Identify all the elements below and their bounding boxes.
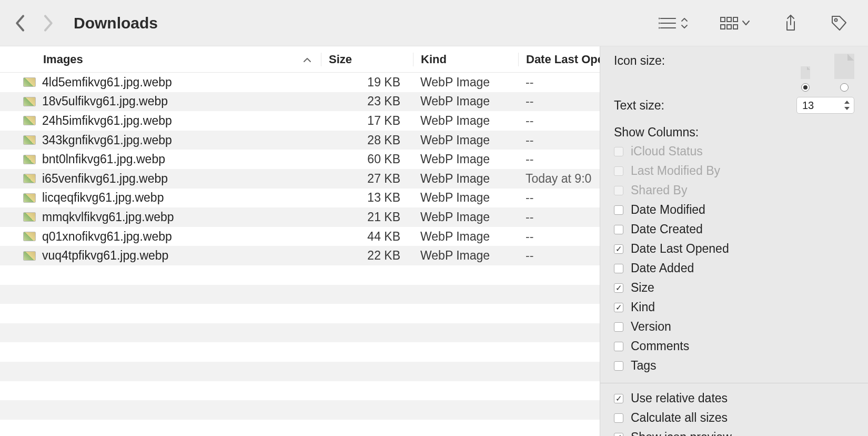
file-name-cell: bnt0lnfikvg61.jpg.webp (0, 152, 321, 166)
file-row[interactable]: i65venfikvg61.jpg.webp27 KBWebP ImageTod… (0, 169, 600, 189)
file-row (0, 362, 600, 381)
file-date: -- (518, 114, 600, 128)
file-name-cell: mmqkvlfikvg61.jpg.webp (0, 210, 321, 224)
column-option[interactable]: Version (614, 317, 854, 336)
file-row (0, 400, 600, 420)
checkbox[interactable] (614, 342, 623, 351)
file-list-area: Images Size Kind Date Last Ope 4ld5emfik… (0, 46, 600, 436)
columns-header: Images Size Kind Date Last Ope (0, 46, 600, 73)
svg-rect-10 (727, 25, 731, 29)
file-row[interactable]: mmqkvlfikvg61.jpg.webp21 KBWebP Image-- (0, 207, 600, 227)
file-size: 27 KB (321, 172, 413, 186)
file-size: 28 KB (321, 133, 413, 147)
show-columns-heading: Show Columns: (614, 125, 854, 140)
column-option-label: Date Created (631, 222, 703, 236)
file-kind: WebP Image (413, 75, 518, 90)
view-option[interactable]: Use relative dates (614, 389, 854, 408)
file-row[interactable]: 343kgnfikvg61.jpg.webp28 KBWebP Image-- (0, 131, 600, 150)
column-header-size[interactable]: Size (321, 53, 413, 66)
file-row[interactable]: 24h5imfikvg61.jpg.webp17 KBWebP Image-- (0, 111, 600, 131)
checkbox[interactable] (614, 283, 623, 293)
file-date: -- (518, 249, 600, 263)
svg-rect-7 (727, 17, 731, 22)
column-option[interactable]: Comments (614, 336, 854, 356)
file-thumbnail-icon (23, 77, 36, 87)
share-button[interactable] (783, 14, 799, 32)
view-option[interactable]: Show icon preview (614, 428, 854, 436)
column-header-name[interactable]: Images (0, 53, 321, 66)
checkbox (614, 147, 623, 156)
svg-point-5 (659, 27, 660, 28)
column-header-date[interactable]: Date Last Ope (518, 53, 600, 66)
file-kind: WebP Image (413, 230, 518, 244)
svg-rect-11 (733, 25, 738, 29)
radio-large[interactable] (840, 83, 849, 92)
column-option[interactable]: Date Created (614, 220, 854, 239)
icon-size-small[interactable] (801, 66, 810, 92)
content: Images Size Kind Date Last Ope 4ld5emfik… (0, 46, 868, 436)
file-row[interactable]: q01xnofikvg61.jpg.webp44 KBWebP Image-- (0, 227, 600, 246)
file-row[interactable]: bnt0lnfikvg61.jpg.webp60 KBWebP Image-- (0, 150, 600, 169)
file-row (0, 323, 600, 343)
column-option[interactable]: Size (614, 278, 854, 298)
file-row[interactable]: licqeqfikvg61.jpg.webp13 KBWebP Image-- (0, 189, 600, 208)
file-kind: WebP Image (413, 210, 518, 224)
view-option[interactable]: Calculate all sizes (614, 408, 854, 428)
file-name: licqeqfikvg61.jpg.webp (42, 191, 164, 205)
file-name-cell: q01xnofikvg61.jpg.webp (0, 230, 321, 244)
checkbox (614, 166, 623, 176)
file-thumbnail-icon (23, 116, 36, 125)
column-option-label: Size (631, 281, 654, 295)
file-name-cell: vuq4tpfikvg61.jpg.webp (0, 249, 321, 263)
column-option-label: Date Last Opened (631, 242, 729, 256)
icon-size-label: Icon size: (614, 54, 665, 68)
file-kind: WebP Image (413, 191, 518, 205)
text-size-select[interactable]: 13 (796, 97, 854, 114)
view-option-label: Show icon preview (631, 430, 732, 436)
column-header-kind[interactable]: Kind (413, 53, 518, 66)
file-date: -- (518, 152, 600, 166)
checkbox[interactable] (614, 244, 623, 254)
file-date: -- (518, 133, 600, 147)
icon-size-large[interactable] (834, 54, 854, 92)
column-option[interactable]: Kind (614, 298, 854, 317)
tags-button[interactable] (830, 14, 848, 32)
file-date: -- (518, 210, 600, 224)
file-thumbnail-icon (23, 97, 36, 106)
file-row (0, 381, 600, 401)
file-name: 4ld5emfikvg61.jpg.webp (42, 75, 172, 90)
checkbox[interactable] (614, 264, 623, 273)
column-option[interactable]: Date Last Opened (614, 239, 854, 259)
column-option[interactable]: Date Modified (614, 200, 854, 220)
file-thumbnail-icon (23, 174, 36, 183)
back-button[interactable] (15, 14, 26, 32)
checkbox[interactable] (614, 322, 623, 332)
file-row[interactable]: 4ld5emfikvg61.jpg.webp19 KBWebP Image-- (0, 73, 600, 92)
checkbox[interactable] (614, 361, 623, 371)
checkbox[interactable] (614, 433, 623, 437)
file-thumbnail-icon (23, 251, 36, 261)
column-option-label: Kind (631, 300, 655, 314)
checkbox[interactable] (614, 303, 623, 312)
column-option[interactable]: Date Added (614, 259, 854, 278)
checkbox[interactable] (614, 225, 623, 234)
checkbox[interactable] (614, 205, 623, 215)
forward-button[interactable] (42, 14, 54, 32)
file-row[interactable]: vuq4tpfikvg61.jpg.webp22 KBWebP Image-- (0, 246, 600, 265)
checkbox[interactable] (614, 413, 623, 423)
file-kind: WebP Image (413, 152, 518, 166)
view-options-panel: Icon size: Text size: 13 (600, 46, 868, 436)
svg-point-3 (659, 18, 660, 18)
checkbox[interactable] (614, 394, 623, 403)
file-kind: WebP Image (413, 172, 518, 186)
file-row[interactable]: 18v5ulfikvg61.jpg.webp23 KBWebP Image-- (0, 92, 600, 112)
column-option-label: Shared By (631, 183, 687, 197)
view-list-button[interactable] (659, 15, 688, 31)
group-button[interactable] (720, 15, 751, 31)
file-size: 21 KB (321, 210, 413, 224)
svg-rect-9 (721, 25, 725, 29)
file-row (0, 342, 600, 362)
column-option[interactable]: Tags (614, 356, 854, 375)
file-name: bnt0lnfikvg61.jpg.webp (42, 152, 165, 166)
radio-small[interactable] (801, 83, 810, 92)
